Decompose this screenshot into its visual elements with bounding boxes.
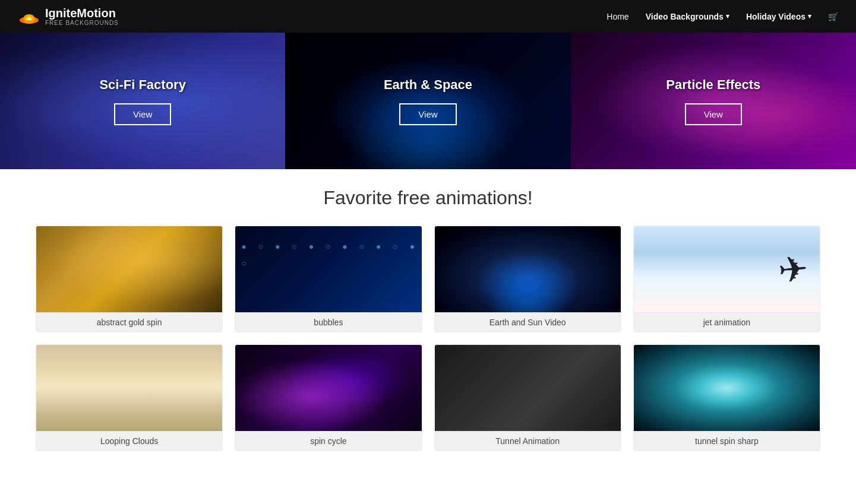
animations-row1: abstract gold spin bubbles Earth and Sun… — [36, 226, 820, 332]
animations-row2: Looping Clouds spin cycle Tunnel Animati… — [36, 344, 820, 451]
label-earth-sun: Earth and Sun Video — [435, 312, 621, 332]
logo-icon — [18, 8, 40, 25]
nav-holiday-videos[interactable]: Holiday Videos — [746, 12, 811, 21]
card-bubbles[interactable]: bubbles — [235, 226, 422, 332]
thumb-clouds — [36, 345, 222, 431]
hero-banners: Sci-Fi Factory View Earth & Space View P… — [0, 33, 856, 169]
label-jet: jet animation — [634, 312, 820, 332]
banner-earth-title: Earth & Space — [384, 77, 472, 93]
thumb-earth-sun — [435, 226, 621, 312]
card-tunnel[interactable]: Tunnel Animation — [434, 344, 621, 451]
logo-name: IgniteMotion — [45, 7, 116, 20]
banner-earth-btn[interactable]: View — [399, 103, 456, 125]
banner-scifi-title: Sci-Fi Factory — [99, 77, 185, 93]
label-tunnel-spin: tunnel spin sharp — [634, 431, 820, 451]
label-abstract-gold: abstract gold spin — [36, 312, 222, 332]
card-earth-sun[interactable]: Earth and Sun Video — [434, 226, 621, 332]
nav-video-backgrounds[interactable]: Video Backgrounds — [646, 12, 729, 21]
label-tunnel: Tunnel Animation — [435, 431, 621, 451]
nav-home[interactable]: Home — [607, 11, 628, 22]
card-jet[interactable]: ✈ jet animation — [633, 226, 820, 332]
thumb-spin-cycle — [235, 345, 421, 431]
thumb-bubbles — [235, 226, 421, 312]
thumb-tunnel — [435, 345, 621, 431]
navbar: IgniteMotion FREE BACKGROUNDS Home Video… — [0, 0, 856, 33]
jet-icon: ✈ — [776, 247, 810, 291]
banner-scifi[interactable]: Sci-Fi Factory View — [0, 33, 285, 169]
card-tunnel-spin[interactable]: tunnel spin sharp — [633, 344, 820, 451]
label-spin-cycle: spin cycle — [235, 431, 421, 451]
banner-particle-title: Particle Effects — [666, 77, 760, 93]
nav-links: Home Video Backgrounds Holiday Videos 🛒 — [607, 11, 838, 22]
jet-plane-visual: ✈ — [634, 226, 820, 312]
banner-scifi-btn[interactable]: View — [114, 103, 171, 125]
logo[interactable]: IgniteMotion FREE BACKGROUNDS — [18, 7, 119, 26]
banner-particle-btn[interactable]: View — [685, 103, 742, 125]
thumb-jet: ✈ — [634, 226, 820, 312]
nav-cart[interactable]: 🛒 — [828, 11, 838, 22]
card-clouds[interactable]: Looping Clouds — [36, 344, 223, 451]
thumb-tunnel-spin — [634, 345, 820, 431]
banner-particle[interactable]: Particle Effects View — [571, 33, 856, 169]
section-title: Favorite free animations! — [36, 187, 820, 209]
card-abstract-gold[interactable]: abstract gold spin — [36, 226, 223, 332]
logo-sub: FREE BACKGROUNDS — [45, 20, 119, 26]
label-clouds: Looping Clouds — [36, 431, 222, 451]
main-content: Favorite free animations! abstract gold … — [0, 169, 856, 487]
label-bubbles: bubbles — [235, 312, 421, 332]
banner-earth[interactable]: Earth & Space View — [285, 33, 570, 169]
thumb-abstract-gold — [36, 226, 222, 312]
card-spin-cycle[interactable]: spin cycle — [235, 344, 422, 451]
